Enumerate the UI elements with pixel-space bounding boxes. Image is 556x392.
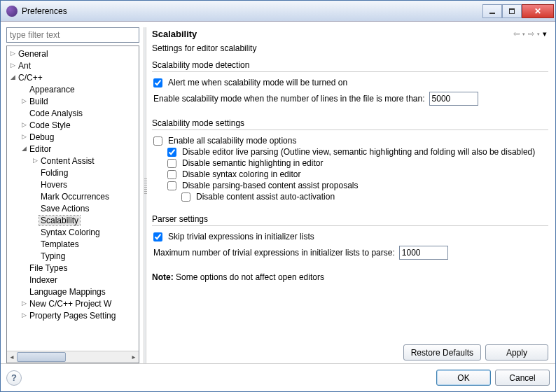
preferences-window: Preferences ✕ ▷General ▷Ant ◢C/C++ Appea… — [0, 0, 556, 392]
maximize-button[interactable] — [502, 4, 522, 18]
scroll-thumb[interactable] — [17, 352, 66, 362]
apply-button[interactable]: Apply — [485, 344, 548, 360]
tree-item-typing[interactable]: Typing — [31, 250, 139, 262]
tree-item-code-style[interactable]: ▷Code Style — [20, 119, 139, 131]
footer: ? OK Cancel — [1, 363, 555, 391]
tree-item-hovers[interactable]: Hovers — [31, 178, 139, 190]
tree-item-syntax-coloring[interactable]: Syntax Coloring — [31, 226, 139, 238]
chevron-right-icon[interactable]: ▷ — [31, 158, 39, 164]
note-text: Some options do not affect open editors — [174, 272, 324, 282]
group-title: Scalability mode detection — [152, 60, 548, 70]
group-title: Parser settings — [152, 214, 548, 224]
chevron-right-icon[interactable]: ▷ — [20, 98, 28, 104]
window-title: Preferences — [22, 6, 482, 16]
tree-item-save-actions[interactable]: Save Actions — [31, 202, 139, 214]
disable-content-assist-label: Disable parsing-based content assist pro… — [182, 181, 358, 190]
tree-item-folding[interactable]: Folding — [31, 167, 139, 178]
scroll-left-arrow-icon[interactable]: ◄ — [7, 351, 17, 363]
tree-item-templates[interactable]: Templates — [31, 238, 139, 250]
scroll-right-arrow-icon[interactable]: ► — [129, 351, 139, 363]
tree-item-file-types[interactable]: File Types — [20, 262, 139, 274]
preference-tree: ▷General ▷Ant ◢C/C++ Appearance ▷Build C… — [6, 46, 139, 363]
disable-auto-activation-label: Disable content assist auto-activation — [196, 192, 335, 202]
skip-trivial-checkbox[interactable] — [153, 232, 162, 241]
chevron-right-icon[interactable]: ▷ — [20, 300, 28, 307]
dropdown-icon[interactable]: ▾ — [537, 31, 540, 37]
forward-icon[interactable]: ⇨ — [528, 29, 534, 38]
chevron-right-icon[interactable]: ▷ — [20, 134, 28, 140]
tree-item-ccpp[interactable]: ◢C/C++ — [8, 71, 139, 83]
tree-item-mark-occurrences[interactable]: Mark Occurrences — [31, 190, 139, 202]
tree-item-debug[interactable]: ▷Debug — [20, 131, 139, 143]
help-icon[interactable]: ? — [6, 370, 22, 386]
disable-semantic-highlighting-label: Disable semantic highlighting in editor — [182, 158, 323, 168]
threshold-label: Enable scalability mode when the number … — [153, 94, 425, 104]
back-icon[interactable]: ⇦ — [513, 29, 520, 38]
tree-item-indexer[interactable]: Indexer — [20, 274, 139, 286]
chevron-right-icon[interactable]: ▷ — [20, 312, 28, 318]
disable-live-parsing-label: Disable editor live parsing (Outline vie… — [182, 147, 535, 157]
menu-dropdown-icon[interactable]: ▾ — [543, 29, 547, 38]
splitter[interactable] — [144, 27, 146, 363]
disable-semantic-highlighting-checkbox[interactable] — [167, 159, 176, 168]
disable-content-assist-checkbox[interactable] — [167, 181, 176, 190]
group-title: Scalability mode settings — [152, 118, 548, 128]
main-panel: Scalability ⇦ ▾ ⇨ ▾ ▾ Settings for edito… — [151, 27, 550, 363]
alert-checkbox[interactable] — [153, 78, 162, 88]
chevron-right-icon[interactable]: ▷ — [8, 62, 17, 69]
ok-button[interactable]: OK — [436, 370, 491, 386]
group-parser: Parser settings Skip trivial expressions… — [152, 214, 548, 262]
chevron-down-icon[interactable]: ◢ — [8, 74, 17, 80]
tree-horizontal-scrollbar[interactable]: ◄ ► — [7, 351, 139, 363]
minimize-button[interactable] — [482, 4, 502, 18]
page-subtitle: Settings for editor scalability — [151, 42, 550, 60]
tree-item-build[interactable]: ▷Build — [20, 95, 139, 107]
group-detection: Scalability mode detection Alert me when… — [152, 60, 548, 108]
restore-defaults-button[interactable]: Restore Defaults — [403, 344, 481, 360]
chevron-down-icon[interactable]: ◢ — [20, 146, 28, 152]
page-title: Scalability — [152, 29, 513, 39]
tree-item-property-pages[interactable]: ▷Property Pages Setting — [20, 309, 139, 321]
disable-auto-activation-checkbox[interactable] — [181, 192, 190, 202]
tree-item-new-project[interactable]: ▷New C/C++ Project W — [20, 298, 139, 309]
sidebar: ▷General ▷Ant ◢C/C++ Appearance ▷Build C… — [6, 27, 139, 363]
tree-item-ant[interactable]: ▷Ant — [8, 59, 139, 71]
enable-all-checkbox[interactable] — [153, 136, 162, 146]
max-trivial-input[interactable] — [399, 246, 448, 260]
tree-item-code-analysis[interactable]: Code Analysis — [20, 107, 139, 119]
cancel-button[interactable]: Cancel — [495, 370, 550, 386]
enable-all-label: Enable all scalability mode options — [168, 136, 296, 146]
chevron-right-icon[interactable]: ▷ — [8, 50, 17, 57]
tree-item-language-mappings[interactable]: Language Mappings — [20, 286, 139, 298]
disable-syntax-coloring-checkbox[interactable] — [167, 170, 176, 179]
alert-label: Alert me when scalability mode will be t… — [168, 78, 347, 88]
skip-trivial-label: Skip trivial expressions in initializer … — [168, 232, 314, 241]
filter-input[interactable] — [6, 27, 139, 43]
group-settings: Scalability mode settings Enable all sca… — [152, 118, 548, 204]
tree-item-general[interactable]: ▷General — [8, 48, 139, 59]
disable-syntax-coloring-label: Disable syntax coloring in editor — [182, 169, 300, 179]
chevron-right-icon[interactable]: ▷ — [20, 122, 28, 128]
tree-item-content-assist[interactable]: ▷Content Assist — [31, 155, 139, 167]
max-trivial-label: Maximum number of trivial expressions in… — [153, 248, 395, 258]
tree-item-appearance[interactable]: Appearance — [20, 83, 139, 95]
disable-live-parsing-checkbox[interactable] — [167, 148, 176, 157]
close-button[interactable]: ✕ — [522, 4, 554, 18]
note-prefix: Note: — [152, 272, 174, 282]
note: Note: Some options do not affect open ed… — [152, 272, 548, 282]
dropdown-icon[interactable]: ▾ — [522, 31, 525, 37]
tree-item-scalability[interactable]: Scalability — [31, 214, 139, 226]
tree-item-editor[interactable]: ◢Editor — [20, 143, 139, 155]
threshold-input[interactable] — [429, 92, 478, 106]
app-icon — [6, 6, 18, 17]
titlebar[interactable]: Preferences ✕ — [1, 1, 555, 22]
